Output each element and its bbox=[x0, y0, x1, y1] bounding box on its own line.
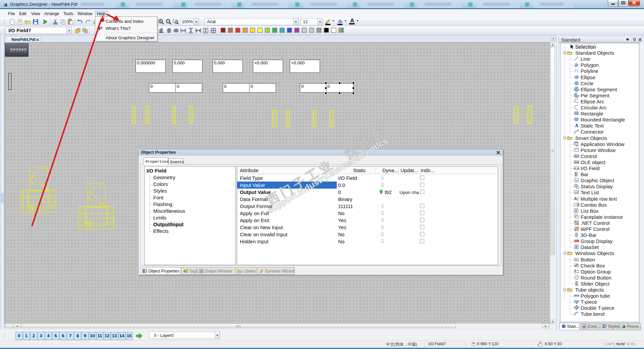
svg-text:OLE: OLE bbox=[575, 161, 579, 164]
svg-text:A: A bbox=[562, 324, 565, 328]
svg-text:OCX: OCX bbox=[575, 155, 579, 158]
svg-text:0.12: 0.12 bbox=[575, 167, 580, 170]
svg-text:?: ? bbox=[100, 26, 103, 30]
svg-text:T: T bbox=[19, 20, 21, 24]
svg-text:10: 10 bbox=[575, 191, 578, 194]
svg-text:A: A bbox=[575, 123, 579, 128]
svg-text:A: A bbox=[574, 197, 577, 201]
